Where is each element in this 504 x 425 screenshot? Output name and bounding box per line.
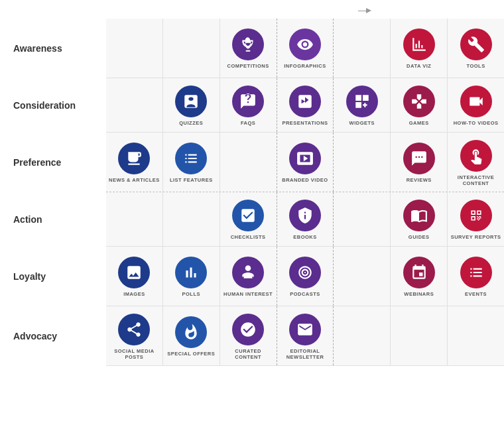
row-label-consideration: Consideration xyxy=(0,78,106,133)
grid-cell-2-2 xyxy=(220,133,277,192)
icon-label: CURATED CONTENT xyxy=(223,348,274,360)
icon-label: INFOGRAPHICS xyxy=(284,63,326,69)
icon-item-curated-content: CURATED CONTENT xyxy=(220,310,277,363)
icon-label: GAMES xyxy=(409,120,429,126)
icon-item-how-to-videos: HOW-TO VIDEOS xyxy=(451,82,501,129)
icon-circle xyxy=(289,314,321,345)
grid-row-5: SOCIAL MEDIA POSTSSPECIAL OFFERSCURATED … xyxy=(106,306,504,366)
grid-cell-1-1: QUIZZES xyxy=(163,78,220,132)
icon-label: POLLS xyxy=(182,291,201,297)
grid-cell-2-0: NEWS & ARTICLES xyxy=(106,133,163,192)
grid-cell-0-2: COMPETITIONS xyxy=(220,19,277,78)
icon-item-news-&-articles: NEWS & ARTICLES xyxy=(106,139,162,186)
row-label-preference: Preference xyxy=(0,133,106,192)
icon-circle xyxy=(403,257,435,288)
grid-cell-0-5: DATA VIZ xyxy=(391,19,448,78)
grid-cell-4-4 xyxy=(334,247,391,306)
icon-circle xyxy=(403,86,435,117)
icon-circle xyxy=(118,314,150,345)
icon-item-ebooks: EBOOKS xyxy=(286,196,324,243)
grid-row-1: QUIZZESFAQSPRESENTATIONSWIDGETSGAMESHOW-… xyxy=(106,78,504,133)
grid-cell-0-4 xyxy=(334,19,391,78)
main-grid: AwarenessConsiderationPreferenceActionLo… xyxy=(0,19,504,366)
grid-area: COMPETITIONSINFOGRAPHICSDATA VIZTOOLSQUI… xyxy=(106,19,504,366)
grid-cell-5-6 xyxy=(448,306,504,365)
grid-row-4: IMAGESPOLLSHUMAN INTERESTPODCASTSWEBINAR… xyxy=(106,247,504,306)
grid-cell-3-5: GUIDES xyxy=(391,192,448,246)
grid-cell-4-2: HUMAN INTEREST xyxy=(220,247,277,306)
icon-circle xyxy=(175,86,207,117)
icon-circle xyxy=(403,143,435,174)
icon-item-infographics: INFOGRAPHICS xyxy=(281,25,329,72)
icon-circle xyxy=(460,140,492,172)
grid-cell-5-1: SPECIAL OFFERS xyxy=(163,306,220,365)
row-label-awareness: Awareness xyxy=(0,19,106,78)
icon-item-interactive-content: INTERACTIVE CONTENT xyxy=(448,136,504,189)
icon-label: WIDGETS xyxy=(349,120,375,126)
grid-cell-3-1 xyxy=(163,192,220,246)
icon-label: BRANDED VIDEO xyxy=(282,177,328,183)
arrow-line xyxy=(358,11,366,11)
icon-circle xyxy=(118,143,150,174)
icon-circle xyxy=(175,143,207,174)
icon-label: HOW-TO VIDEOS xyxy=(454,120,499,126)
row-label-loyalty: Loyalty xyxy=(0,247,106,306)
icon-circle xyxy=(460,257,492,288)
icon-circle xyxy=(175,257,207,288)
icon-item-events: EVENTS xyxy=(458,253,495,300)
grid-cell-4-6: EVENTS xyxy=(448,247,504,306)
icon-item-competitions: COMPETITIONS xyxy=(225,25,272,72)
icon-item-social-media-posts: SOCIAL MEDIA POSTS xyxy=(106,310,162,363)
icon-label: GUIDES xyxy=(409,234,430,240)
grid-cell-2-3: BRANDED VIDEO xyxy=(277,133,334,192)
grid-cell-2-5: REVIEWS xyxy=(391,133,448,192)
icon-circle xyxy=(232,257,264,288)
icon-circle xyxy=(232,314,264,345)
icon-item-podcasts: PODCASTS xyxy=(286,253,324,300)
icon-item-editorial-newsletter: EDITORIAL NEWSLETTER xyxy=(277,310,334,363)
header-row xyxy=(0,0,504,19)
icon-label: QUIZZES xyxy=(179,120,203,126)
grid-row-3: CHECKLISTSEBOOKSGUIDESSURVEY REPORTS xyxy=(106,192,504,247)
icon-circle xyxy=(175,316,207,348)
grid-cell-2-4 xyxy=(334,133,391,192)
icon-label: INTERACTIVE CONTENT xyxy=(450,174,501,186)
row-label-action: Action xyxy=(0,192,106,247)
grid-cell-1-2: FAQS xyxy=(220,78,277,132)
icon-item-reviews: REVIEWS xyxy=(401,139,438,186)
icon-item-human-interest: HUMAN INTEREST xyxy=(221,253,275,300)
grid-cell-3-2: CHECKLISTS xyxy=(220,192,277,246)
labels-col: AwarenessConsiderationPreferenceActionLo… xyxy=(0,19,106,366)
icon-item-polls: POLLS xyxy=(172,253,210,300)
icon-label: IMAGES xyxy=(123,291,145,297)
grid-cell-1-3: PRESENTATIONS xyxy=(277,78,334,132)
icon-circle xyxy=(289,86,321,117)
icon-label: HUMAN INTEREST xyxy=(223,291,273,297)
icon-circle xyxy=(460,29,492,60)
icon-label: NEWS & ARTICLES xyxy=(109,177,160,183)
grid-cell-3-4 xyxy=(334,192,391,246)
grid-cell-4-0: IMAGES xyxy=(106,247,163,306)
icon-item-tools: TOOLS xyxy=(458,25,495,72)
grid-cell-5-5 xyxy=(391,306,448,365)
icon-item-branded-video: BRANDED VIDEO xyxy=(279,139,330,186)
icon-circle xyxy=(232,200,264,231)
grid-cell-5-3: EDITORIAL NEWSLETTER xyxy=(277,306,334,365)
grid-cell-1-5: GAMES xyxy=(391,78,448,132)
icon-item-games: GAMES xyxy=(401,82,438,129)
icon-item-guides: GUIDES xyxy=(401,196,438,243)
icon-circle xyxy=(460,200,492,231)
icon-label: SPECIAL OFFERS xyxy=(167,351,215,357)
icon-label: WEBINARS xyxy=(404,291,434,297)
icon-circle xyxy=(289,143,321,174)
icon-item-special-offers: SPECIAL OFFERS xyxy=(164,312,218,359)
icon-circle xyxy=(289,200,321,231)
grid-cell-1-4: WIDGETS xyxy=(334,78,391,132)
icon-label: SOCIAL MEDIA POSTS xyxy=(109,348,160,360)
icon-label: PODCASTS xyxy=(290,291,320,297)
row-label-advocacy: Advocacy xyxy=(0,306,106,366)
grid-cell-0-0 xyxy=(106,19,163,78)
icon-circle xyxy=(403,29,435,60)
icon-circle xyxy=(232,86,264,117)
icon-label: EVENTS xyxy=(465,291,487,297)
